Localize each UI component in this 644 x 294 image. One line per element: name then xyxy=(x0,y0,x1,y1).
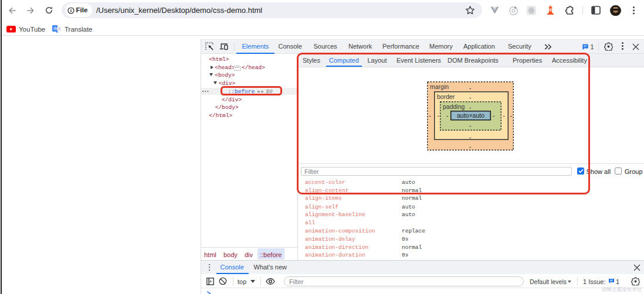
svg-text:G: G xyxy=(53,26,57,30)
svg-text:文: 文 xyxy=(57,27,60,30)
